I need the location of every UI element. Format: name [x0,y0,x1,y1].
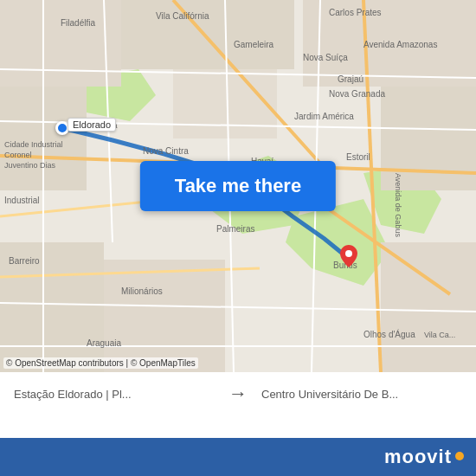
moovit-logo-text: moovit [384,446,452,468]
svg-text:Vila Ca...: Vila Ca... [424,331,455,339]
svg-text:Industrial: Industrial [4,196,40,205]
svg-point-56 [345,250,352,257]
origin-label: Eldorado [68,118,116,132]
svg-text:Gameleira: Gameleira [234,40,274,49]
svg-text:Avenida Amazonas: Avenida Amazonas [363,40,437,49]
svg-text:Juventino Dias: Juventino Dias [4,161,56,170]
svg-text:Olhos d'Água: Olhos d'Água [363,329,415,339]
svg-text:Coronel: Coronel [4,151,32,159]
svg-text:Carlos Prates: Carlos Prates [329,8,382,17]
map-container: Filadélfia Vila Califórnia Carlos Prates… [0,0,476,372]
svg-text:Nova Suíça: Nova Suíça [303,53,348,62]
map-attribution: © OpenStreetMap contributors | © OpenMap… [3,357,198,369]
svg-text:Araguaia: Araguaia [87,338,121,348]
svg-text:Filadélfia: Filadélfia [61,18,95,28]
destination-pin [340,245,357,262]
bottom-panel: Estação Eldorado | Pl... → Centro Univer… [0,372,476,476]
svg-text:Cidade Industrial: Cidade Industrial [4,140,63,149]
svg-text:Avenida de Gabus: Avenida de Gabus [394,173,402,237]
origin-station-label: Estação Eldorado | Pl... [14,388,215,401]
moovit-logo: moovit [384,446,464,468]
svg-rect-6 [0,0,121,87]
destination-station-label: Centro Universitário De B... [261,388,462,401]
svg-text:Vila Califórnia: Vila Califórnia [156,11,209,21]
app: Filadélfia Vila Califórnia Carlos Prates… [0,0,476,476]
svg-rect-10 [173,69,277,138]
moovit-footer: moovit [0,438,476,476]
svg-text:Milionários: Milionários [121,286,163,296]
svg-rect-7 [121,0,294,69]
svg-text:Estoril: Estoril [346,152,370,162]
svg-text:Grajaú: Grajaú [338,74,363,84]
take-me-there-button[interactable]: Take me there [140,161,336,211]
svg-rect-14 [381,242,476,372]
svg-rect-12 [104,260,225,372]
origin-endpoint: Estação Eldorado | Pl... [14,388,215,401]
svg-text:Jardim América: Jardim América [294,112,354,121]
svg-text:Nova Granada: Nova Granada [329,89,385,99]
route-info: Estação Eldorado | Pl... → Centro Univer… [0,372,476,410]
moovit-logo-dot [455,452,464,460]
svg-text:Nova Cintra: Nova Cintra [143,146,189,156]
svg-text:Barreiro: Barreiro [9,256,40,266]
svg-text:Palmeiras: Palmeiras [216,224,254,234]
destination-endpoint: Centro Universitário De B... [261,388,462,401]
route-arrow-icon: → [228,383,248,405]
